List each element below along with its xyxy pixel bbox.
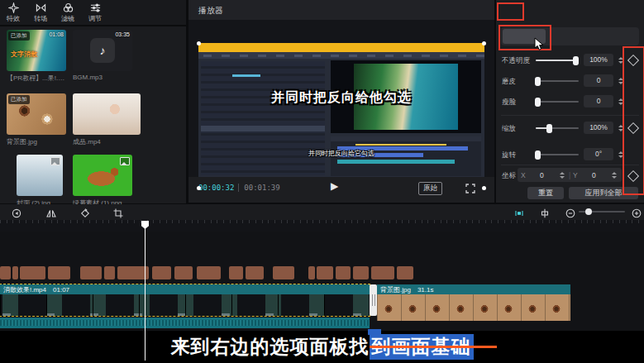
property-slider[interactable] <box>536 94 579 108</box>
fullscreen-button[interactable] <box>465 182 475 197</box>
audio-track-clip[interactable] <box>0 318 370 328</box>
stepper-control[interactable] <box>558 169 566 181</box>
x-value[interactable]: 0 <box>528 171 556 179</box>
video-frame[interactable]: 并同时把反向给他勾选 并同时把反向给它勾选 <box>198 43 484 189</box>
media-item[interactable]: 03:35 ♪ BGM.mp3 <box>73 30 132 81</box>
timeline-ruler[interactable] <box>0 220 644 232</box>
video-clip-selected[interactable]: 消散效果!.mp4 01:07 <box>0 284 370 316</box>
property-label: 瘦脸 <box>502 98 516 107</box>
adjust-icon <box>90 2 101 13</box>
subtitle-clip[interactable] <box>20 266 45 279</box>
image-badge-icon <box>50 157 60 165</box>
media-thumbnail: ♪ <box>73 93 141 135</box>
slider-knob[interactable] <box>535 98 541 107</box>
coordinate-row: 坐标 X 0 | Y 0 <box>496 168 644 183</box>
subtitle-clip[interactable] <box>104 266 115 279</box>
slider-knob[interactable] <box>535 77 541 86</box>
panel-buttons: 重置 应用到全部 <box>496 187 644 200</box>
reset-button[interactable]: 重置 <box>527 187 564 199</box>
property-row: 旋转 0° <box>496 147 644 161</box>
selection-handle[interactable] <box>197 186 201 190</box>
zoom-slider-knob[interactable] <box>585 208 592 215</box>
stepper-control[interactable] <box>617 122 625 134</box>
property-slider[interactable] <box>536 147 579 161</box>
property-slider[interactable] <box>536 53 579 67</box>
property-value[interactable]: 100% <box>584 122 613 134</box>
subtitle-clip[interactable] <box>308 266 315 279</box>
toolbar-item-label: 滤镜 <box>61 14 74 23</box>
slider-knob[interactable] <box>535 150 541 160</box>
subtitle-clip[interactable] <box>273 266 294 279</box>
property-value[interactable]: 0 <box>584 74 613 87</box>
player-title: 播放器 <box>198 5 223 17</box>
subtitle-clip[interactable] <box>174 266 193 279</box>
bottom-subtitle-bar: 来到右边的选项面板找到画面基础 <box>0 331 644 363</box>
media-item[interactable]: ♪ 绿幕素材 (1).png <box>73 155 132 208</box>
duration-label: 03:35 <box>115 31 130 37</box>
clip-duration: 01:07 <box>53 286 69 294</box>
play-button[interactable]: ▶ <box>331 180 338 192</box>
subtitle-clip[interactable] <box>371 266 394 279</box>
toolbar-item-effects[interactable]: 特效 <box>7 2 20 23</box>
slider-knob[interactable] <box>546 124 552 133</box>
video-caption-large: 并同时把反向给他勾选 <box>198 89 484 107</box>
zoom-out-icon <box>565 208 575 218</box>
stepper-control[interactable] <box>617 95 625 107</box>
ratio-button[interactable]: 原始 <box>418 182 442 195</box>
subtitle-clip[interactable] <box>397 266 413 279</box>
subtitle-clip[interactable] <box>229 266 243 279</box>
subtitle-clip[interactable] <box>197 266 221 279</box>
slider-track <box>536 154 579 155</box>
toolbar-item-filters[interactable]: 滤镜 <box>61 2 74 23</box>
subtitle-clip[interactable] <box>317 266 333 279</box>
subtitle-clip[interactable] <box>152 266 171 279</box>
media-item[interactable]: 已添加 ♪ 背景图.jpg <box>7 93 66 146</box>
subtitle-clip[interactable] <box>336 266 351 279</box>
stepper-control[interactable] <box>617 148 625 160</box>
subtitle-clip[interactable] <box>0 266 11 279</box>
subtitle-clip[interactable] <box>12 266 18 279</box>
toolbar-item-adjust[interactable]: 调节 <box>88 2 102 23</box>
stepper-down-icon <box>618 61 623 64</box>
clip-trim-handle[interactable] <box>370 284 377 316</box>
media-item[interactable]: ♪ 成品.mp4 <box>73 93 141 146</box>
added-badge: 已添加 <box>8 95 30 104</box>
apply-to-all-button[interactable]: 应用到全部 <box>569 187 638 199</box>
subtitle-clip[interactable] <box>246 266 264 279</box>
media-item[interactable]: ♪ 封面 (2).jpg <box>17 155 63 208</box>
image-badge-icon <box>120 157 130 165</box>
property-slider[interactable] <box>536 121 579 135</box>
subtitle-clip[interactable] <box>48 266 70 279</box>
property-value[interactable]: 0° <box>584 148 613 160</box>
toolbar-item-label: 调节 <box>88 14 102 23</box>
subtitle-clip[interactable] <box>117 266 149 279</box>
caption-strike-line <box>370 346 497 348</box>
timeline-zoom-slider[interactable] <box>579 211 625 213</box>
preview-axis-icon <box>540 208 550 218</box>
stepper-control[interactable] <box>617 54 625 66</box>
subtitle-clip[interactable] <box>80 266 102 279</box>
stepper-control[interactable] <box>617 74 625 87</box>
selection-handle[interactable] <box>482 41 486 45</box>
slider-track <box>536 80 579 82</box>
property-value[interactable]: 0 <box>584 95 613 107</box>
keyframe-icon[interactable] <box>627 170 639 182</box>
timecode: 00:00:3200:01:39 <box>198 184 280 192</box>
subtitle-clip[interactable] <box>353 266 369 279</box>
filters-icon <box>63 2 74 13</box>
property-label: 不透明度 <box>502 56 530 66</box>
selection-handle[interactable] <box>482 186 486 190</box>
slider-knob[interactable] <box>573 56 579 65</box>
media-item[interactable]: 已添加 01:08 文字消散 ♪ 【PR教程】...果!.mp4 <box>7 30 66 83</box>
property-slider[interactable] <box>536 74 579 88</box>
property-value[interactable]: 100% <box>584 54 613 66</box>
toolbar-item-transitions[interactable]: 转场 <box>34 2 47 23</box>
stepper-control[interactable] <box>610 169 618 181</box>
keyframe-icon[interactable] <box>627 55 639 66</box>
keyframe-icon[interactable] <box>627 122 639 134</box>
selection-handle[interactable] <box>197 41 201 45</box>
image-clip[interactable]: 背景图.jpg 31.1s <box>377 284 570 321</box>
y-value[interactable]: 0 <box>580 171 608 179</box>
property-label: 缩放 <box>502 124 516 134</box>
media-thumbnail: 已添加 ♪ <box>7 93 66 135</box>
